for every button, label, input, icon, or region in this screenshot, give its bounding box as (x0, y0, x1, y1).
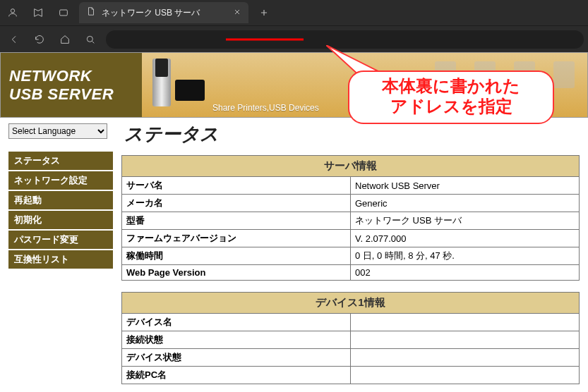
browser-tab[interactable]: ネットワーク USB サーバ (79, 2, 248, 23)
language-select[interactable]: Select Language (8, 123, 107, 139)
page-title: ステータス (124, 122, 580, 147)
main-panel: ステータス サーバ情報 サーバ名Network USB Server メーカ名G… (117, 118, 588, 392)
table-row: Web Page Version002 (122, 265, 580, 281)
table-row: サーバ名Network USB Server (122, 177, 580, 195)
table-row: ファームウェアバージョンV. 2.077.000 (122, 230, 580, 247)
device-box-icon (175, 80, 205, 101)
tab-title: ネットワーク USB サーバ (102, 7, 227, 19)
tab-overview-icon[interactable] (54, 3, 73, 23)
server-info-header: サーバ情報 (122, 156, 580, 177)
sidebar: Select Language ステータス ネットワーク設定 再起動 初期化 パ… (0, 118, 117, 392)
banner-device-art (152, 59, 205, 106)
sidebar-item-network[interactable]: ネットワーク設定 (8, 171, 113, 190)
callout-annotation: 本体裏に書かれた アドレスを指定 (348, 71, 554, 124)
browser-chrome: ネットワーク USB サーバ (0, 0, 588, 52)
banner-title-1: NETWORK (9, 67, 142, 85)
sidebar-item-status[interactable]: ステータス (8, 152, 113, 170)
table-row: 接続PC名 (122, 367, 580, 384)
collections-icon[interactable] (28, 3, 48, 23)
server-info-table: サーバ情報 サーバ名Network USB Server メーカ名Generic… (121, 155, 580, 281)
table-row: 接続状態 (122, 331, 580, 349)
table-row: デバイス状態 (122, 349, 580, 367)
sidebar-item-compat[interactable]: 互換性リスト (8, 250, 113, 269)
home-button[interactable] (55, 30, 75, 49)
search-icon[interactable] (80, 30, 100, 49)
device-info-header: デバイス1情報 (122, 293, 580, 314)
profile-icon[interactable] (3, 3, 23, 23)
page-icon (86, 6, 96, 19)
device-info-table: デバイス1情報 デバイス名 接続状態 デバイス状態 接続PC名 (121, 292, 580, 384)
banner-subtext: Share Printers,USB Devices (212, 103, 319, 113)
sidebar-item-reboot[interactable]: 再起動 (8, 191, 113, 209)
device-tall-icon (152, 59, 171, 106)
refresh-button[interactable] (30, 30, 49, 49)
table-row: 型番ネットワーク USB サーバ (122, 212, 580, 230)
svg-rect-1 (60, 10, 68, 16)
svg-point-2 (87, 36, 92, 42)
sidebar-item-password[interactable]: パスワード変更 (8, 231, 113, 249)
callout-line1: 本体裏に書かれた (359, 76, 543, 97)
table-row: 稼働時間 0 日, 0 時間, 8 分, 47 秒. (122, 247, 580, 265)
new-tab-button[interactable] (254, 3, 274, 23)
table-row: メーカ名Generic (122, 195, 580, 212)
banner-icon (553, 61, 575, 88)
banner-title-2: USB SERVER (9, 85, 142, 104)
table-row: デバイス名 (122, 314, 580, 331)
callout-line2: アドレスを指定 (359, 97, 543, 117)
close-icon[interactable] (233, 6, 241, 19)
page-content: 本体裏に書かれた アドレスを指定 NETWORK USB SERVER Shar… (0, 52, 588, 392)
banner-title-block: NETWORK USB SERVER (1, 53, 142, 117)
back-button[interactable] (4, 30, 24, 49)
svg-point-0 (11, 9, 14, 13)
address-redaction-mark (226, 38, 304, 40)
sidebar-item-reset[interactable]: 初期化 (8, 211, 113, 229)
